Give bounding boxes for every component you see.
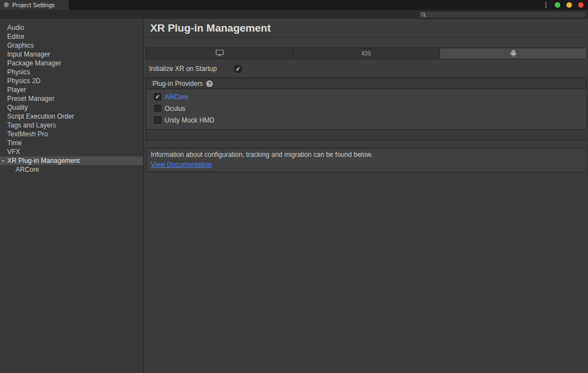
info-box: Information about configuration, trackin…: [146, 148, 587, 172]
sidebar-item-label: XR Plug-in Management: [7, 157, 80, 165]
sidebar-item-player[interactable]: Player: [0, 85, 143, 94]
sidebar-item-graphics[interactable]: Graphics: [0, 41, 143, 50]
tab-desktop[interactable]: [146, 48, 293, 59]
sidebar-item-editor[interactable]: Editor: [0, 32, 143, 41]
sidebar-item-xr-plugin-management[interactable]: ▼ XR Plug-in Management: [0, 156, 143, 165]
provider-label: ARCore: [165, 93, 188, 101]
sidebar-item-preset-manager[interactable]: Preset Manager: [0, 94, 143, 103]
sidebar-item-arcore[interactable]: ARCore: [0, 165, 143, 174]
oculus-checkbox[interactable]: [154, 105, 161, 112]
sidebar-item-input-manager[interactable]: Input Manager: [0, 50, 143, 59]
title-separator: [146, 37, 587, 38]
sidebar-item-physics-2d[interactable]: Physics 2D: [0, 76, 143, 85]
search-icon: [421, 10, 427, 20]
help-icon[interactable]: ?: [206, 80, 213, 87]
sidebar-item-tags-and-layers[interactable]: Tags and Layers: [0, 121, 143, 130]
tab-android[interactable]: [440, 48, 586, 59]
plugin-providers-title: Plug-in Providers: [152, 80, 203, 88]
provider-row-oculus: Oculus: [146, 103, 586, 114]
project-settings-window: Project Settings Audio Editor Graphics: [0, 0, 588, 373]
plugin-providers-header: Plug-in Providers ?: [146, 78, 586, 89]
sidebar-item-audio[interactable]: Audio: [0, 23, 143, 32]
xr-plugin-management-panel: XR Plug-in Management iOS: [144, 19, 588, 373]
toolbar: [0, 10, 588, 19]
arcore-checkbox[interactable]: ✓: [154, 93, 161, 100]
provider-row-unity-mock-hmd: Unity Mock HMD: [146, 114, 586, 126]
titlebar: Project Settings: [0, 0, 588, 10]
window-button-red[interactable]: [578, 2, 584, 8]
initialize-xr-checkbox[interactable]: ✓: [234, 65, 242, 73]
sidebar-item-vfx[interactable]: VFX: [0, 147, 143, 156]
initialize-xr-row: Initialize XR on Startup ✓: [149, 64, 242, 73]
sidebar-item-physics[interactable]: Physics: [0, 68, 143, 76]
provider-label: Oculus: [165, 105, 185, 113]
plugin-providers-box: Plug-in Providers ? ✓ ARCore Oculus Unit…: [146, 78, 587, 140]
sidebar-item-time[interactable]: Time: [0, 139, 143, 147]
window-tab-project-settings[interactable]: Project Settings: [0, 0, 69, 10]
search-field[interactable]: [418, 11, 586, 18]
page-title: XR Plug-in Management: [150, 22, 270, 34]
sidebar-item-package-manager[interactable]: Package Manager: [0, 59, 143, 68]
search-input[interactable]: [427, 12, 583, 18]
gear-icon: [3, 0, 9, 10]
monitor-icon: [216, 49, 224, 58]
tab-ios[interactable]: iOS: [293, 48, 440, 59]
sidebar-item-quality[interactable]: Quality: [0, 103, 143, 112]
sidebar-item-script-execution-order[interactable]: Script Execution Order: [0, 112, 143, 121]
android-icon: [510, 49, 517, 58]
unity-mock-hmd-checkbox[interactable]: [154, 116, 161, 124]
menu-dots-icon[interactable]: [545, 2, 546, 8]
platform-tabstrip: iOS: [146, 48, 587, 59]
window-button-yellow[interactable]: [566, 2, 572, 8]
sidebar-item-textmesh-pro[interactable]: TextMesh Pro: [0, 130, 143, 139]
window-controls: [545, 0, 584, 10]
initialize-xr-label: Initialize XR on Startup: [149, 65, 234, 73]
sidebar-item-list: Audio Editor Graphics Input Manager Pack…: [0, 23, 143, 174]
provider-label: Unity Mock HMD: [165, 116, 214, 124]
provider-row-arcore: ✓ ARCore: [146, 91, 586, 103]
view-documentation-link[interactable]: View Documentation: [151, 161, 212, 168]
foldout-arrow-icon[interactable]: ▼: [1, 157, 5, 166]
window-button-green[interactable]: [555, 2, 560, 8]
info-text: Information about configuration, trackin…: [151, 151, 582, 159]
window-tab-label: Project Settings: [12, 2, 55, 8]
settings-sidebar: Audio Editor Graphics Input Manager Pack…: [0, 19, 144, 373]
plugin-providers-list: ✓ ARCore Oculus Unity Mock HMD: [146, 89, 586, 130]
tab-ios-label: iOS: [362, 50, 371, 57]
